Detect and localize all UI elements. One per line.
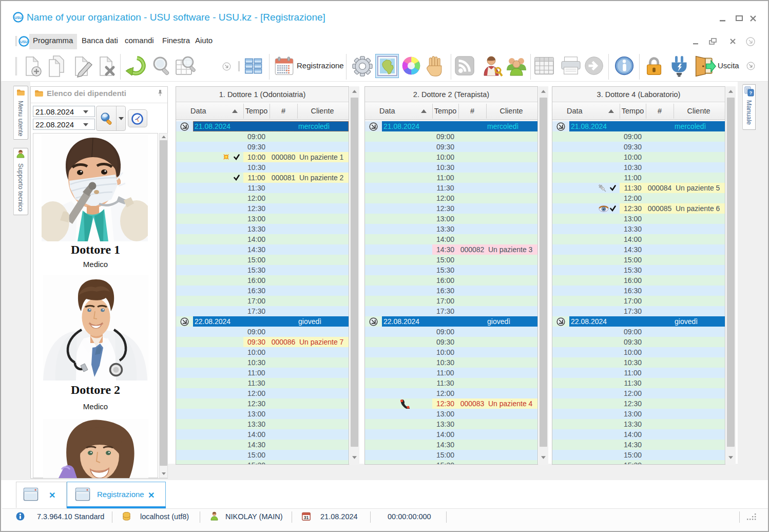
svg-text:31: 31 bbox=[304, 515, 309, 520]
svg-text:?: ? bbox=[749, 90, 753, 96]
svg-text:USU: USU bbox=[14, 16, 22, 20]
svg-text:USU: USU bbox=[20, 40, 27, 44]
